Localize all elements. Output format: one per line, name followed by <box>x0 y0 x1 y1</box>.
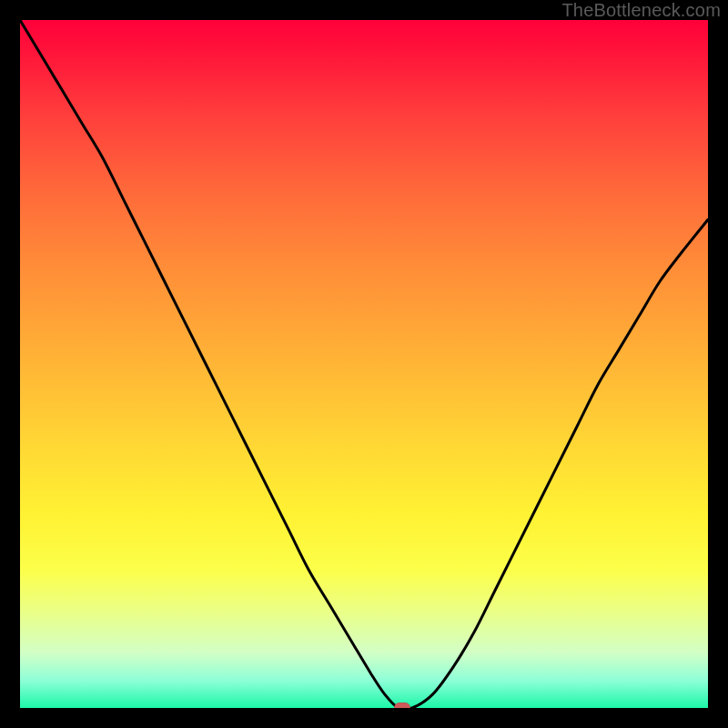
bottleneck-curve <box>20 20 708 708</box>
chart-frame: TheBottleneck.com <box>0 0 728 728</box>
minimum-marker <box>394 703 410 708</box>
plot-area <box>20 20 708 708</box>
watermark-text: TheBottleneck.com <box>561 0 721 21</box>
curve-path <box>20 20 708 708</box>
